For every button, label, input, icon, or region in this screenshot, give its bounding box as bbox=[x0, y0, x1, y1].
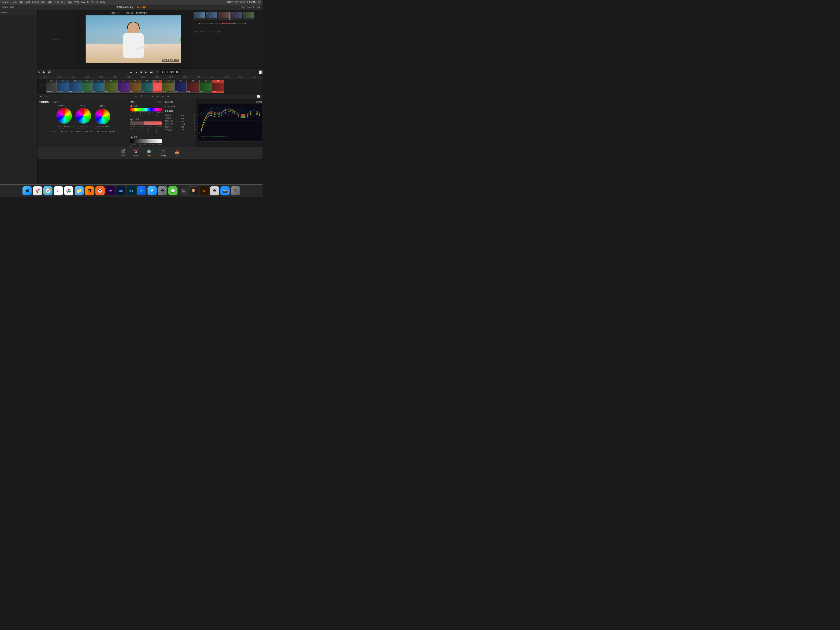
module-edit[interactable]: ✂️ 剪辑 bbox=[134, 149, 138, 157]
gain-reset[interactable]: ↺ bbox=[84, 105, 85, 107]
dock-camera[interactable]: 📷 bbox=[220, 186, 230, 196]
qualifier-btn-3[interactable]: ◎ bbox=[171, 105, 172, 108]
toolbar-btn-copy[interactable]: ◎ bbox=[134, 95, 138, 98]
dock-premiere[interactable]: Pr bbox=[106, 186, 115, 196]
toolbar-btn-scope[interactable]: 📈 bbox=[256, 95, 261, 98]
btn-something2[interactable]: 🔊 bbox=[47, 70, 51, 74]
qualifier-btn-1[interactable]: ✎ bbox=[164, 105, 167, 108]
hue-reset[interactable]: ↺ bbox=[139, 105, 140, 107]
hue-gradient-bar[interactable] bbox=[130, 108, 162, 112]
module-fairlight[interactable]: 🎵 Fairlight bbox=[159, 150, 166, 157]
toolbar-btn-filter[interactable]: ⊞ bbox=[156, 95, 159, 98]
workspace-label[interactable]: 时间轴 bbox=[2, 6, 8, 9]
dock-file-manager[interactable]: 📁 bbox=[74, 186, 84, 196]
midtone-value[interactable]: 52.00 bbox=[83, 130, 87, 133]
toolbar-btn-1[interactable]: ↩ bbox=[39, 95, 43, 98]
sat-high[interactable]: 23.4 bbox=[141, 125, 144, 134]
sat-low[interactable]: 0.0 bbox=[133, 125, 135, 134]
node-02[interactable]: 02 bbox=[206, 12, 217, 20]
sel-value-2[interactable]: 2.4 bbox=[182, 120, 185, 122]
dock-panda[interactable]: 🐼 bbox=[95, 186, 104, 196]
tab-qualifier[interactable]: 限定器 bbox=[53, 101, 58, 103]
hue-falloff[interactable]: 50.0 bbox=[158, 112, 162, 117]
hue-width[interactable]: 47.8 bbox=[142, 112, 145, 117]
menu-fairlight[interactable]: Fairlight bbox=[81, 1, 89, 4]
sel-value-1[interactable]: 92.7 bbox=[181, 117, 184, 119]
offset-reset[interactable]: ↺ bbox=[104, 105, 106, 107]
toolbar-btn-undo[interactable]: ↩ bbox=[161, 95, 164, 98]
sat-high-change[interactable]: 23.5 bbox=[158, 125, 162, 134]
menu-workspace[interactable]: 工作区 bbox=[91, 1, 98, 4]
hsl-reset[interactable]: ↺ 示波器 bbox=[154, 100, 162, 103]
dock-safari[interactable]: 🧭 bbox=[43, 186, 52, 196]
clip-77[interactable]: 77 ? bbox=[153, 80, 162, 93]
menu-clip[interactable]: 片段 bbox=[41, 1, 46, 4]
toolbar-btn-2[interactable]: ✦ bbox=[44, 95, 48, 98]
dock-sys-prefs[interactable]: ⚙ bbox=[210, 186, 219, 196]
toolbar-btn-flag[interactable]: ⚑ bbox=[150, 95, 154, 98]
clip-71[interactable]: 71 RED bbox=[81, 80, 93, 93]
dock-wechat[interactable]: 💬 bbox=[168, 186, 177, 196]
menu-help[interactable]: 帮助 bbox=[100, 1, 105, 4]
menu-resolve[interactable]: Resolve bbox=[2, 1, 10, 4]
clip-82[interactable]: 82 RED bbox=[212, 80, 224, 93]
node-05[interactable]: 05 bbox=[243, 12, 254, 20]
menu-trim[interactable]: 修剪 bbox=[25, 1, 30, 4]
clip-68[interactable]: 68 Animation bbox=[46, 80, 57, 93]
bin-label[interactable]: 片段 bbox=[10, 6, 14, 9]
module-media[interactable]: 🎬 媒体 bbox=[121, 149, 125, 157]
menu-node[interactable]: 节点 bbox=[74, 1, 79, 4]
sel-reset-0[interactable]: ↺ bbox=[194, 114, 195, 116]
btn-go-start[interactable]: ⏮ bbox=[129, 70, 133, 74]
node-03[interactable]: 03 bbox=[218, 12, 230, 20]
hue-center[interactable]: 14.8 bbox=[133, 112, 136, 117]
lum-reset[interactable]: ↺ bbox=[139, 136, 140, 138]
dock-final-cut[interactable]: 🎬 bbox=[179, 186, 188, 196]
qualifier-btn-4[interactable]: ⊕ bbox=[173, 105, 175, 108]
tab-primary-wheels[interactable]: 一级校色轮 bbox=[39, 100, 49, 103]
sel-value-4[interactable]: 82.0 bbox=[181, 126, 184, 128]
menu-timeline[interactable]: 时间线 bbox=[32, 1, 39, 4]
clip-75[interactable]: 75 RED bbox=[129, 80, 141, 93]
sel-reset-3[interactable]: ↺ bbox=[194, 123, 195, 125]
clip-72[interactable]: 72 RED bbox=[93, 80, 104, 93]
dock-after-effects[interactable]: Ae bbox=[116, 186, 125, 196]
gain-eye[interactable]: ✦ bbox=[86, 105, 88, 107]
clip-70[interactable]: 70 RED bbox=[69, 80, 81, 93]
toolbar-btn-magic[interactable]: ✦ bbox=[145, 95, 149, 98]
sat-gradient-bar[interactable] bbox=[130, 122, 162, 125]
clip-69[interactable]: 69 JESSIE LIU bbox=[57, 80, 69, 93]
contrast-value[interactable]: 1.100 bbox=[58, 130, 63, 133]
menu-file[interactable]: 文件 bbox=[12, 1, 17, 4]
sat-reset[interactable]: ↺ bbox=[141, 118, 142, 120]
sat-low-change[interactable]: 0.0 bbox=[150, 125, 153, 134]
clip-80[interactable]: 80 RED bbox=[187, 80, 200, 93]
pivot-value[interactable]: 0.479 bbox=[70, 130, 74, 133]
menu-edit[interactable]: 编辑 bbox=[19, 1, 23, 4]
dock-chrome[interactable] bbox=[64, 186, 73, 196]
btn-scope[interactable]: 📊 bbox=[259, 70, 262, 74]
clip-73[interactable]: 73 RED bbox=[104, 80, 117, 93]
offset-wheel[interactable] bbox=[95, 109, 111, 125]
btn-loop[interactable]: ↺ bbox=[155, 70, 158, 74]
node-04[interactable]: 04 bbox=[231, 12, 242, 20]
sel-reset-4[interactable]: ↺ bbox=[194, 126, 195, 128]
clip-76[interactable]: 76 RED bbox=[141, 80, 153, 93]
zoom-level[interactable]: 88% bbox=[111, 12, 116, 14]
btn-something[interactable]: ◆ bbox=[43, 70, 45, 74]
btn-edit-mode[interactable]: ✎ bbox=[38, 70, 40, 74]
sel-reset-1[interactable]: ↺ bbox=[194, 117, 195, 119]
menu-playback[interactable]: 回放 bbox=[61, 1, 66, 4]
color-boost-value[interactable]: 50.00 bbox=[95, 130, 99, 133]
gamma-wheel[interactable] bbox=[56, 108, 72, 124]
lum-gradient-bar[interactable] bbox=[130, 139, 162, 143]
sel-value-5[interactable]: 0.0 bbox=[182, 129, 184, 131]
gain-wheel[interactable] bbox=[76, 108, 91, 124]
btn-stop[interactable]: ■ bbox=[141, 70, 142, 74]
dock-davinci-resolve[interactable]: 🎨 bbox=[189, 186, 198, 196]
dock-calendar[interactable]: 17 bbox=[54, 186, 63, 196]
hue-soft[interactable]: 4.1 bbox=[150, 112, 153, 117]
dock-feishu[interactable]: 🐦 bbox=[137, 186, 146, 196]
clip-79[interactable]: 79 RED bbox=[175, 80, 187, 93]
clip-81[interactable]: 81 RED bbox=[200, 80, 212, 93]
